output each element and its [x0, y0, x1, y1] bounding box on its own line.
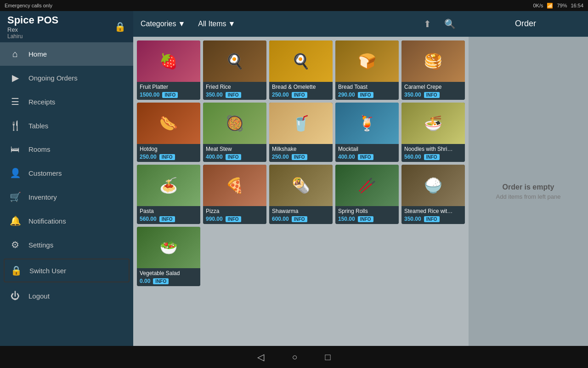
info-badge-pasta[interactable]: INFO [159, 216, 175, 222]
menu-card-shawarma[interactable]: 🌯 Shawarma 600.00 INFO [269, 165, 333, 224]
info-badge-spring-rolls[interactable]: INFO [358, 216, 373, 222]
home-nav-icon: ⌂ [9, 49, 21, 59]
menu-card-image-caramel-crepe: 🥞 [401, 40, 465, 82]
sidebar-item-notifications[interactable]: 🔔 Notifications [0, 209, 133, 233]
info-badge-vegetable-salad[interactable]: INFO [153, 278, 169, 284]
menu-card-noodles-shrimp[interactable]: 🍜 Noodles with Shri… 560.00 INFO [401, 103, 465, 162]
menu-card-bottom-shawarma: 600.00 INFO [272, 216, 330, 222]
food-icon-pizza: 🍕 [203, 165, 266, 206]
logout-nav-icon: ⏻ [9, 291, 21, 301]
menu-card-name-noodles-shrimp: Noodles with Shri… [404, 146, 462, 152]
info-badge-steamed-rice[interactable]: INFO [424, 216, 440, 222]
info-badge-milkshake[interactable]: INFO [292, 154, 307, 160]
info-badge-pizza[interactable]: INFO [226, 216, 241, 222]
menu-card-info-vegetable-salad: Vegetable Salad 0.00 INFO [137, 268, 200, 286]
menu-card-name-spring-rolls: Spring Rolls [338, 208, 396, 214]
menu-card-image-fruit-platter: 🍓 [137, 40, 200, 82]
food-icon-spring-rolls: 🥢 [335, 165, 399, 206]
menu-card-info-shawarma: Shawarma 600.00 INFO [269, 206, 333, 224]
info-badge-noodles-shrimp[interactable]: INFO [424, 154, 440, 160]
info-badge-mocktail[interactable]: INFO [358, 154, 373, 160]
info-badge-shawarma[interactable]: INFO [292, 216, 307, 222]
sidebar-item-tables[interactable]: 🍴 Tables [0, 114, 133, 138]
user-info: Rex Lahiru [7, 26, 58, 40]
sidebar-item-inventory[interactable]: 🛒 Inventory [0, 185, 133, 209]
food-icon-fruit-platter: 🍓 [137, 40, 200, 82]
menu-card-image-mocktail: 🍹 [335, 103, 399, 144]
notifications-nav-label: Notifications [28, 217, 66, 225]
menu-card-image-bread-omelette: 🍳 [269, 40, 333, 82]
menu-card-price-spring-rolls: 150.00 [338, 216, 355, 222]
menu-card-info-hotdog: Hotdog 250.00 INFO [137, 144, 200, 162]
tables-nav-icon: 🍴 [9, 120, 21, 131]
info-badge-fruit-platter[interactable]: INFO [162, 92, 178, 98]
menu-card-milkshake[interactable]: 🥤 Milkshake 250.00 INFO [269, 103, 333, 162]
rooms-nav-label: Rooms [28, 145, 51, 153]
menu-card-info-milkshake: Milkshake 250.00 INFO [269, 144, 333, 162]
status-battery: 79% [557, 3, 567, 8]
menu-card-pizza[interactable]: 🍕 Pizza 990.00 INFO [203, 165, 266, 224]
sidebar-item-customers[interactable]: 👤 Customers [0, 161, 133, 185]
settings-nav-icon: ⚙ [9, 239, 21, 250]
menu-card-bottom-pizza: 990.00 INFO [206, 216, 264, 222]
sidebar-item-ongoing-orders[interactable]: ▶ Ongoing Orders [0, 66, 133, 90]
menu-card-image-pizza: 🍕 [203, 165, 266, 206]
sidebar-item-settings[interactable]: ⚙ Settings [0, 233, 133, 257]
menu-card-info-meat-stew: Meat Stew 400.00 INFO [203, 144, 266, 162]
content-area: 🍓 Fruit Platter 1500.00 INFO 🍳 Fried Ric… [133, 37, 588, 346]
sidebar-item-logout[interactable]: ⏻ Logout [0, 284, 133, 308]
menu-card-image-steamed-rice: 🍚 [401, 165, 465, 206]
menu-card-price-bread-omelette: 250.00 [272, 92, 289, 98]
menu-card-pasta[interactable]: 🍝 Pasta 560.00 INFO [137, 165, 200, 224]
all-items-filter[interactable]: All Items ▼ [198, 20, 235, 28]
menu-card-price-noodles-shrimp: 560.00 [404, 154, 421, 160]
menu-card-spring-rolls[interactable]: 🥢 Spring Rolls 150.00 INFO [335, 165, 399, 224]
menu-card-image-noodles-shrimp: 🍜 [401, 103, 465, 144]
menu-card-mocktail[interactable]: 🍹 Mocktail 400.00 INFO [335, 103, 399, 162]
receipts-nav-label: Receipts [28, 98, 55, 106]
status-right: 0K/s 📶 79% 16:54 [533, 3, 583, 9]
menu-card-info-pasta: Pasta 560.00 INFO [137, 206, 200, 224]
switch-user-nav-label: Switch User [29, 267, 66, 275]
info-badge-bread-omelette[interactable]: INFO [292, 92, 307, 98]
menu-card-vegetable-salad[interactable]: 🥗 Vegetable Salad 0.00 INFO [137, 227, 200, 286]
menu-card-image-meat-stew: 🥘 [203, 103, 266, 144]
lock-icon: 🔒 [114, 21, 126, 32]
menu-card-bottom-mocktail: 400.00 INFO [338, 154, 396, 160]
menu-card-price-fruit-platter: 1500.00 [140, 92, 159, 98]
recents-button[interactable]: □ [325, 352, 331, 362]
menu-card-fried-rice[interactable]: 🍳 Fried Rice 350.00 INFO [203, 40, 266, 100]
menu-card-steamed-rice[interactable]: 🍚 Steamed Rice wit… 350.00 INFO [401, 165, 465, 224]
menu-card-meat-stew[interactable]: 🥘 Meat Stew 400.00 INFO [203, 103, 266, 162]
menu-card-info-bread-toast: Bread Toast 290.00 INFO [335, 82, 399, 100]
menu-card-info-caramel-crepe: Caramel Crepe 350.00 INFO [401, 82, 465, 100]
menu-card-name-fruit-platter: Fruit Platter [140, 84, 198, 90]
menu-card-image-vegetable-salad: 🥗 [137, 227, 200, 268]
menu-card-bread-omelette[interactable]: 🍳 Bread & Omelette 250.00 INFO [269, 40, 333, 100]
inventory-nav-icon: 🛒 [9, 191, 21, 202]
menu-card-caramel-crepe[interactable]: 🥞 Caramel Crepe 350.00 INFO [401, 40, 465, 100]
info-badge-caramel-crepe[interactable]: INFO [424, 92, 440, 98]
menu-card-price-hotdog: 250.00 [140, 154, 157, 160]
info-badge-fried-rice[interactable]: INFO [226, 92, 241, 98]
upload-icon[interactable]: ⬆ [424, 18, 431, 29]
back-button[interactable]: ◁ [257, 351, 264, 362]
info-badge-meat-stew[interactable]: INFO [226, 154, 241, 160]
sidebar-item-home[interactable]: ⌂ Home [0, 42, 133, 66]
bottom-nav: ◁ ○ □ [0, 346, 588, 368]
menu-card-price-mocktail: 400.00 [338, 154, 355, 160]
menu-card-bread-toast[interactable]: 🍞 Bread Toast 290.00 INFO [335, 40, 399, 100]
info-badge-bread-toast[interactable]: INFO [358, 92, 373, 98]
sidebar-item-receipts[interactable]: ☰ Receipts [0, 90, 133, 114]
home-button[interactable]: ○ [292, 352, 297, 362]
menu-card-bottom-vegetable-salad: 0.00 INFO [140, 278, 198, 284]
categories-filter[interactable]: Categories ▼ [141, 20, 185, 28]
ongoing-orders-nav-label: Ongoing Orders [28, 74, 78, 82]
menu-card-info-bread-omelette: Bread & Omelette 250.00 INFO [269, 82, 333, 100]
search-icon[interactable]: 🔍 [444, 18, 456, 29]
info-badge-hotdog[interactable]: INFO [159, 154, 175, 160]
menu-card-hotdog[interactable]: 🌭 Hotdog 250.00 INFO [137, 103, 200, 162]
sidebar-item-switch-user[interactable]: 🔒 Switch User [4, 259, 130, 282]
sidebar-item-rooms[interactable]: 🛏 Rooms [0, 138, 133, 161]
menu-card-fruit-platter[interactable]: 🍓 Fruit Platter 1500.00 INFO [137, 40, 200, 100]
